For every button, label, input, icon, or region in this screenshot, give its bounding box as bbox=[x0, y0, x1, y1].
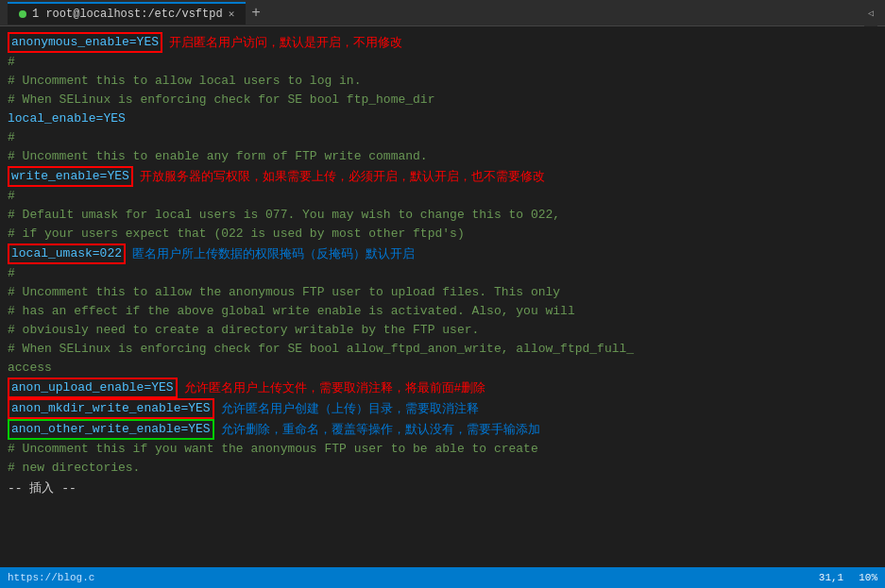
line-17: # When SELinux is enforcing check for SE… bbox=[8, 340, 877, 359]
line-22: # Uncomment this if you want the anonymo… bbox=[8, 440, 877, 459]
line-3: # Uncomment this to allow local users to… bbox=[8, 72, 877, 91]
comment-16: # obviously need to create a directory w… bbox=[8, 321, 479, 340]
anno-8: 开放服务器的写权限，如果需要上传，必须开启，默认开启，也不需要修改 bbox=[133, 167, 545, 186]
comment-10: # Default umask for local users is 077. … bbox=[8, 206, 560, 225]
line-5: local_enable=YES bbox=[8, 109, 877, 128]
line-21: anon_other_write_enable=YES 允许删除，重命名，覆盖等… bbox=[8, 419, 877, 440]
status-right: 31,1 10% bbox=[819, 572, 877, 583]
line-18: access bbox=[8, 359, 877, 378]
line-14: # Uncomment this to allow the anonymous … bbox=[8, 283, 877, 302]
blank-4: # bbox=[8, 264, 15, 283]
comment-3: # Uncomment this to allow local users to… bbox=[8, 72, 361, 91]
code-local-umask: local_umask=022 bbox=[8, 244, 126, 264]
line-24: -- 插入 -- bbox=[8, 479, 877, 498]
line-6: # bbox=[8, 128, 877, 147]
status-url: https://blog.c bbox=[8, 572, 94, 583]
comment-18: access bbox=[8, 359, 52, 378]
blank-1: # bbox=[8, 53, 15, 72]
anno-19: 允许匿名用户上传文件，需要取消注释，将最前面#删除 bbox=[178, 378, 485, 397]
code-anon-other: anon_other_write_enable=YES bbox=[8, 419, 214, 440]
line-1: anonymous_enable=YES 开启匿名用户访问，默认是开启，不用修改 bbox=[8, 32, 877, 53]
tab-indicator bbox=[19, 10, 26, 18]
titlebar: 1 root@localhost:/etc/vsftpd ✕ + ◁ bbox=[0, 0, 885, 26]
anno-21: 允许删除，重命名，覆盖等操作，默认没有，需要手输添加 bbox=[214, 420, 540, 439]
comment-15: # has an effect if the above global writ… bbox=[8, 302, 575, 321]
line-23: # new directories. bbox=[8, 459, 877, 478]
line-7: # Uncomment this to enable any form of F… bbox=[8, 147, 877, 166]
line-2: # bbox=[8, 53, 877, 72]
comment-23: # new directories. bbox=[8, 459, 140, 478]
comment-7: # Uncomment this to enable any form of F… bbox=[8, 147, 428, 166]
anno-1: 开启匿名用户访问，默认是开启，不用修改 bbox=[162, 33, 402, 52]
line-4: # When SELinux is enforcing check for SE… bbox=[8, 91, 877, 109]
cursor-position: 31,1 bbox=[819, 572, 843, 583]
zoom-level: 10% bbox=[859, 572, 877, 583]
tab-close-button[interactable]: ✕ bbox=[229, 8, 235, 20]
code-anonymous-enable: anonymous_enable=YES bbox=[8, 32, 162, 53]
code-anon-mkdir: anon_mkdir_write_enable=YES bbox=[8, 398, 214, 419]
code-write-enable: write_enable=YES bbox=[8, 166, 133, 187]
line-19: anon_upload_enable=YES 允许匿名用户上传文件，需要取消注释… bbox=[8, 378, 877, 398]
comment-4: # When SELinux is enforcing check for SE… bbox=[8, 91, 434, 109]
tab-label: 1 root@localhost:/etc/vsftpd bbox=[32, 8, 223, 21]
editor-area: anonymous_enable=YES 开启匿名用户访问，默认是开启，不用修改… bbox=[0, 26, 885, 567]
terminal-tab[interactable]: 1 root@localhost:/etc/vsftpd ✕ bbox=[8, 2, 246, 25]
line-12: local_umask=022 匿名用户所上传数据的权限掩码（反掩码）默认开启 bbox=[8, 244, 877, 264]
code-anon-upload: anon_upload_enable=YES bbox=[8, 378, 178, 398]
insert-mode-label: -- 插入 -- bbox=[8, 479, 77, 498]
comment-22: # Uncomment this if you want the anonymo… bbox=[8, 440, 538, 459]
blank-3: # bbox=[8, 187, 15, 206]
code-local-enable: local_enable=YES bbox=[8, 109, 126, 128]
new-tab-button[interactable]: + bbox=[251, 5, 261, 22]
line-10: # Default umask for local users is 077. … bbox=[8, 206, 877, 225]
line-13: # bbox=[8, 264, 877, 283]
line-16: # obviously need to create a directory w… bbox=[8, 321, 877, 340]
comment-14: # Uncomment this to allow the anonymous … bbox=[8, 283, 560, 302]
scroll-arrow[interactable]: ◁ bbox=[864, 0, 877, 26]
line-11: # if your users expect that (022 is used… bbox=[8, 225, 877, 244]
line-9: # bbox=[8, 187, 877, 206]
anno-12: 匿名用户所上传数据的权限掩码（反掩码）默认开启 bbox=[126, 244, 415, 263]
statusbar: https://blog.c 31,1 10% bbox=[0, 567, 885, 588]
blank-2: # bbox=[8, 128, 15, 147]
line-15: # has an effect if the above global writ… bbox=[8, 302, 877, 321]
line-8: write_enable=YES 开放服务器的写权限，如果需要上传，必须开启，默… bbox=[8, 166, 877, 187]
line-20: anon_mkdir_write_enable=YES 允许匿名用户创建（上传）… bbox=[8, 398, 877, 419]
comment-11: # if your users expect that (022 is used… bbox=[8, 225, 465, 244]
anno-20: 允许匿名用户创建（上传）目录，需要取消注释 bbox=[214, 399, 479, 418]
comment-17: # When SELinux is enforcing check for SE… bbox=[8, 340, 634, 359]
